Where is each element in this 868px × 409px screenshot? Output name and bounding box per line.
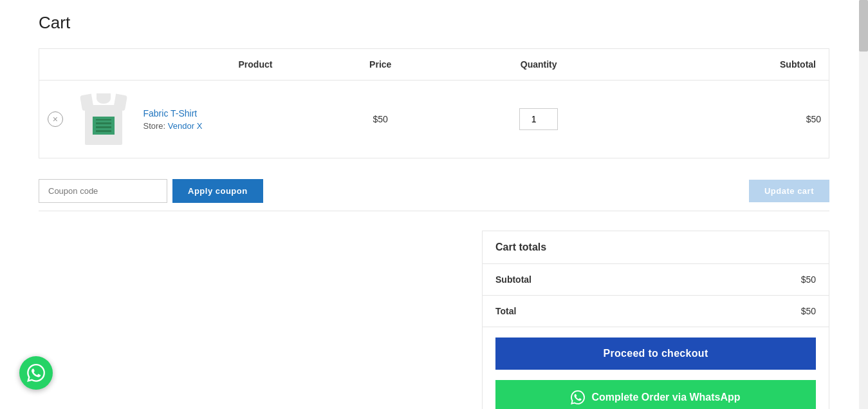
- coupon-row: Apply coupon Update cart: [39, 171, 829, 211]
- subtotal-label: Subtotal: [495, 274, 531, 285]
- total-label: Total: [495, 306, 516, 316]
- col-header-product: Product: [136, 49, 316, 81]
- cart-table: Product Price Quantity Subtotal ×: [39, 48, 829, 158]
- col-header-quantity: Quantity: [445, 49, 632, 81]
- total-row: Total $50: [483, 296, 829, 327]
- scrollbar[interactable]: [859, 0, 868, 409]
- product-subtotal: $50: [632, 81, 829, 158]
- coupon-input[interactable]: [39, 179, 167, 203]
- remove-item-button[interactable]: ×: [48, 111, 63, 127]
- floating-whatsapp-icon: [27, 364, 45, 382]
- product-store: Store: Vendor X: [143, 121, 308, 131]
- product-name[interactable]: Fabric T-Shirt: [143, 108, 198, 119]
- cart-totals: Cart totals Subtotal $50 Total $50 Proce…: [482, 231, 829, 409]
- total-value: $50: [801, 306, 816, 316]
- col-header-price: Price: [316, 49, 445, 81]
- whatsapp-order-button[interactable]: Complete Order via WhatsApp: [495, 380, 816, 409]
- vendor-link[interactable]: Vendor X: [168, 121, 203, 131]
- checkout-button[interactable]: Proceed to checkout: [495, 338, 816, 370]
- quantity-input[interactable]: [519, 108, 558, 130]
- whatsapp-icon: [571, 390, 585, 404]
- table-row: × Fabric: [39, 81, 829, 158]
- col-header-subtotal: Subtotal: [632, 49, 829, 81]
- product-image: [81, 93, 126, 145]
- update-cart-button[interactable]: Update cart: [749, 180, 829, 202]
- subtotal-row: Subtotal $50: [483, 264, 829, 296]
- product-price: $50: [316, 81, 445, 158]
- apply-coupon-button[interactable]: Apply coupon: [172, 179, 263, 203]
- cart-totals-title: Cart totals: [483, 231, 829, 264]
- page-title: Cart: [39, 13, 829, 33]
- subtotal-value: $50: [801, 274, 816, 285]
- scrollbar-thumb[interactable]: [859, 0, 868, 52]
- floating-whatsapp-button[interactable]: [19, 356, 53, 390]
